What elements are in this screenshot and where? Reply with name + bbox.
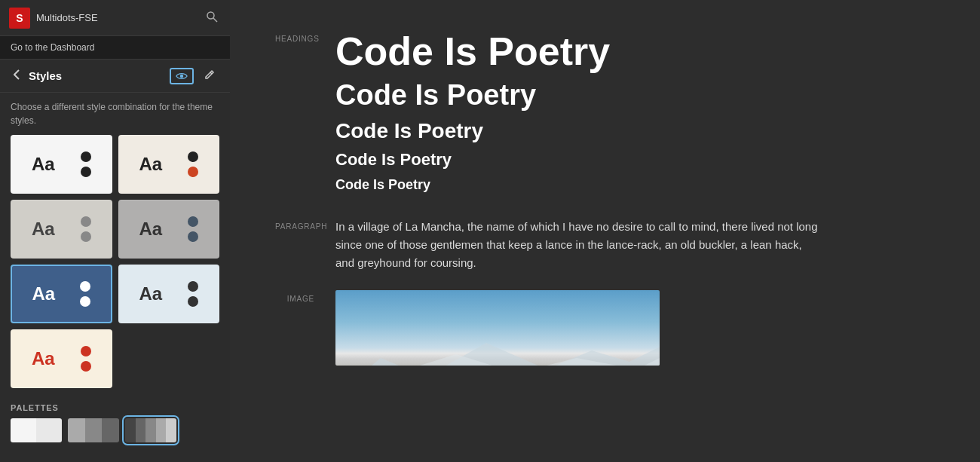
swatch-segment bbox=[136, 418, 146, 442]
dot bbox=[81, 151, 91, 162]
image-preview bbox=[335, 290, 660, 366]
back-button[interactable] bbox=[11, 68, 23, 84]
heading-5: Code Is Poetry bbox=[335, 176, 935, 194]
main-content: HEADINGS Code Is Poetry Code Is Poetry C… bbox=[230, 0, 980, 462]
paragraph-text: In a village of La Mancha, the name of w… bbox=[335, 218, 818, 272]
swatch-segment bbox=[166, 418, 176, 442]
mountain-image bbox=[335, 290, 660, 366]
swatch-segment bbox=[36, 418, 62, 442]
style-card-aa-2: Aa bbox=[139, 154, 162, 175]
dot bbox=[80, 281, 90, 292]
palette-row bbox=[11, 418, 219, 442]
pencil-icon bbox=[204, 69, 215, 80]
style-card-4[interactable]: Aa bbox=[118, 200, 220, 259]
swatch-segment bbox=[11, 418, 36, 442]
wp-logo: S bbox=[9, 8, 30, 29]
swatch-segment bbox=[156, 418, 167, 442]
heading-1: Code Is Poetry bbox=[335, 30, 935, 73]
dot bbox=[80, 296, 90, 307]
dot bbox=[81, 361, 91, 372]
dot bbox=[188, 296, 198, 307]
style-card-dots-5 bbox=[80, 281, 90, 307]
style-card-dots-3 bbox=[81, 216, 91, 242]
swatch-segment bbox=[68, 418, 85, 442]
style-card-aa-7: Aa bbox=[32, 348, 55, 369]
palettes-label: PALETTES bbox=[11, 403, 219, 412]
dot bbox=[81, 231, 91, 242]
style-card-aa-6: Aa bbox=[139, 283, 162, 304]
headings-content: Code Is Poetry Code Is Poetry Code Is Po… bbox=[335, 30, 935, 200]
style-card-6[interactable]: Aa bbox=[118, 265, 220, 323]
preview-area: HEADINGS Code Is Poetry Code Is Poetry C… bbox=[230, 0, 980, 462]
dot bbox=[188, 216, 198, 227]
mountain-shape-svg bbox=[335, 335, 660, 366]
panel-header: Styles bbox=[0, 60, 230, 93]
svg-point-0 bbox=[207, 12, 214, 19]
style-card-aa-3: Aa bbox=[32, 219, 55, 240]
svg-marker-4 bbox=[335, 343, 660, 366]
swatch-segment bbox=[125, 418, 136, 442]
paragraph-section: PARAGRAPH In a village of La Mancha, the… bbox=[275, 218, 935, 272]
style-card-aa-1: Aa bbox=[32, 154, 55, 175]
palette-swatch-3[interactable] bbox=[125, 418, 176, 442]
style-grid: Aa Aa Aa Aa bbox=[0, 135, 230, 396]
svg-point-2 bbox=[180, 74, 183, 77]
headings-label: HEADINGS bbox=[275, 30, 335, 43]
heading-4: Code Is Poetry bbox=[335, 149, 935, 170]
site-name: Multidots-FSE bbox=[36, 12, 197, 23]
dot bbox=[81, 346, 91, 356]
swatch-segment bbox=[145, 418, 156, 442]
image-section: IMAGE bbox=[275, 290, 935, 366]
panel-title: Styles bbox=[29, 69, 164, 82]
style-card-dots-2 bbox=[188, 151, 198, 177]
topbar: S Multidots-FSE bbox=[0, 0, 230, 36]
style-card-dots-4 bbox=[188, 216, 198, 242]
palette-swatch-2[interactable] bbox=[68, 418, 119, 442]
style-card-aa-5: Aa bbox=[32, 283, 55, 304]
style-card-5[interactable]: Aa bbox=[11, 265, 112, 323]
heading-2: Code Is Poetry bbox=[335, 79, 935, 112]
dot bbox=[188, 281, 198, 292]
style-card-dots-6 bbox=[188, 281, 198, 307]
style-card-7[interactable]: Aa bbox=[11, 329, 112, 388]
style-card-dots-7 bbox=[81, 346, 91, 372]
image-label: IMAGE bbox=[275, 290, 335, 303]
search-button[interactable] bbox=[203, 8, 221, 29]
style-card-dots-1 bbox=[81, 151, 91, 177]
style-card-2[interactable]: Aa bbox=[118, 135, 220, 194]
edit-button[interactable] bbox=[200, 67, 219, 84]
view-button[interactable] bbox=[170, 68, 194, 84]
dot bbox=[188, 231, 198, 242]
style-card-aa-4: Aa bbox=[139, 219, 162, 240]
swatch-segment bbox=[85, 418, 103, 442]
eye-icon bbox=[176, 72, 188, 81]
dot bbox=[81, 216, 91, 227]
style-card-1[interactable]: Aa bbox=[11, 135, 112, 194]
paragraph-content: In a village of La Mancha, the name of w… bbox=[335, 218, 935, 272]
swatch-segment bbox=[102, 418, 119, 442]
svg-line-3 bbox=[210, 72, 212, 74]
paragraph-label: PARAGRAPH bbox=[275, 218, 335, 231]
dot bbox=[188, 151, 198, 162]
dot bbox=[81, 167, 91, 177]
panel-description: Choose a different style combination for… bbox=[0, 93, 230, 135]
search-icon bbox=[206, 11, 218, 23]
palettes-section: PALETTES bbox=[0, 396, 230, 450]
svg-line-1 bbox=[213, 18, 217, 22]
dot bbox=[188, 167, 198, 177]
heading-3: Code Is Poetry bbox=[335, 118, 935, 144]
style-card-3[interactable]: Aa bbox=[11, 200, 112, 259]
dashboard-link[interactable]: Go to the Dashboard bbox=[0, 36, 230, 60]
image-content bbox=[335, 290, 935, 366]
headings-section: HEADINGS Code Is Poetry Code Is Poetry C… bbox=[275, 30, 935, 200]
sidebar: S Multidots-FSE Go to the Dashboard Styl… bbox=[0, 0, 230, 462]
palette-swatch-1[interactable] bbox=[11, 418, 62, 442]
